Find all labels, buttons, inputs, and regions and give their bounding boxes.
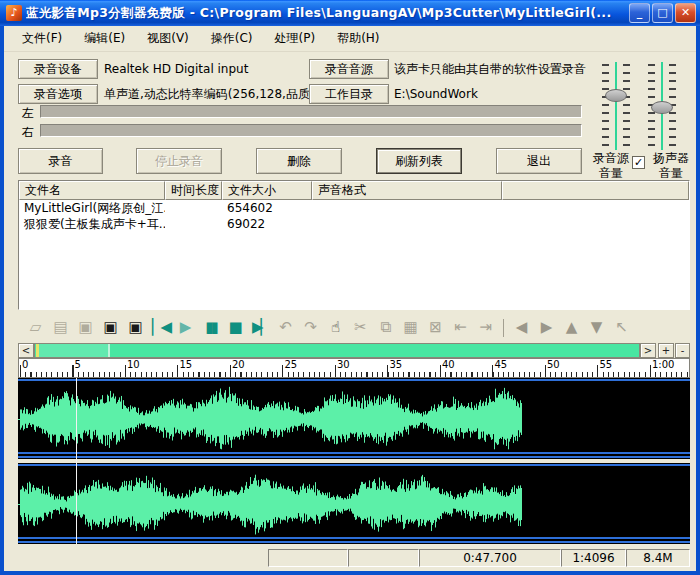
- stop-icon[interactable]: ■: [223, 314, 248, 341]
- column-header[interactable]: [502, 181, 689, 200]
- file-name-cell: 狠狠爱(主板集成声卡+耳...: [19, 216, 165, 232]
- column-header[interactable]: 文件名: [19, 181, 165, 200]
- zoom-out-button[interactable]: -: [675, 343, 690, 358]
- go-start-icon[interactable]: ▏◀: [148, 314, 173, 341]
- table-row[interactable]: MyLittleGirl(网络原创_江... 654602: [19, 200, 689, 216]
- ruler-tick-label: 30: [337, 359, 350, 370]
- right-vu-meter: [40, 124, 582, 137]
- menu-item[interactable]: 文件(F): [14, 27, 70, 50]
- file-name-cell: MyLittleGirl(网络原创_江...: [19, 200, 165, 216]
- record-source-value: 该声卡只能由其自带的软件设置录音: [394, 59, 586, 79]
- toolbar-separator: [503, 319, 504, 337]
- duration-cell: [165, 216, 222, 232]
- menu-item[interactable]: 操作(C): [203, 27, 261, 50]
- waveform-right-channel[interactable]: [18, 463, 690, 544]
- ruler-tick-label: 0: [22, 359, 28, 370]
- slider-ticks: [623, 64, 630, 148]
- copy-icon[interactable]: ⧉: [373, 314, 398, 341]
- menu-item[interactable]: 视图(V): [139, 27, 197, 50]
- record-options-button[interactable]: 录音选项: [18, 84, 98, 104]
- speaker-volume-thumb[interactable]: [651, 101, 673, 114]
- zoom-in-button[interactable]: +: [658, 343, 674, 358]
- save-as-icon[interactable]: ▣: [123, 314, 148, 341]
- app-window: ♪ 蓝光影音Mp3分割器免费版 - C:\Program Files\Langu…: [0, 0, 700, 575]
- titlebar: ♪ 蓝光影音Mp3分割器免费版 - C:\Program Files\Langu…: [0, 0, 700, 26]
- exit-button[interactable]: 退出: [496, 148, 582, 174]
- save-icon[interactable]: ▣: [73, 314, 98, 341]
- right-channel-label: 右: [22, 124, 34, 141]
- amplitude-ref-line: [18, 456, 690, 458]
- amplitude-ref-line: [18, 379, 690, 381]
- nudge-left-icon[interactable]: ◀: [509, 314, 534, 341]
- format-cell: [312, 200, 502, 216]
- record-volume-thumb[interactable]: [605, 89, 627, 102]
- time-ruler[interactable]: 05101520253035404550551:00: [18, 358, 690, 378]
- file-info-icon[interactable]: ▤: [48, 314, 73, 341]
- nudge-up-icon[interactable]: ▲: [559, 314, 584, 341]
- record-device-value: Realtek HD Digital input: [104, 59, 248, 79]
- file-size-cell: 654602: [222, 200, 312, 216]
- play-icon[interactable]: ▶: [173, 314, 198, 341]
- go-end-icon[interactable]: ▶▏: [248, 314, 273, 341]
- open-file-icon[interactable]: ▱: [23, 314, 48, 341]
- save-all-icon[interactable]: ▣: [98, 314, 123, 341]
- menu-item[interactable]: 处理(P): [267, 27, 324, 50]
- left-channel-label: 左: [22, 105, 34, 122]
- mouse-select-icon[interactable]: ↖: [609, 314, 634, 341]
- column-header[interactable]: 文件大小: [222, 181, 312, 200]
- maximize-button[interactable]: □: [652, 3, 673, 23]
- ruler-tick-label: 10: [127, 359, 140, 370]
- record-volume-label: 录音源 音量: [588, 151, 634, 181]
- table-row[interactable]: 狠狠爱(主板集成声卡+耳... 69022: [19, 216, 689, 232]
- cut-icon[interactable]: ✂: [348, 314, 373, 341]
- column-header[interactable]: 时间长度: [165, 181, 222, 200]
- close-button[interactable]: ✕: [675, 3, 696, 23]
- workdir-button[interactable]: 工作目录: [309, 84, 389, 104]
- redo-icon[interactable]: ↷: [298, 314, 323, 341]
- ruler-tick-label: 40: [442, 359, 455, 370]
- slider-ticks: [602, 64, 609, 148]
- amplitude-ref-line: [18, 452, 690, 454]
- record-source-button[interactable]: 录音音源: [309, 59, 389, 79]
- file-list: 文件名时间长度文件大小声音格式 MyLittleGirl(网络原创_江... 6…: [18, 180, 690, 310]
- playhead-cursor[interactable]: [76, 378, 77, 544]
- refresh-list-button[interactable]: 刷新列表: [376, 148, 462, 174]
- waveform-left-channel[interactable]: [18, 378, 690, 459]
- timeline-scrollbar[interactable]: [34, 343, 640, 358]
- ruler-tick-label: 55: [600, 359, 613, 370]
- status-cell: [268, 549, 348, 567]
- pause-icon[interactable]: ▮▮: [198, 314, 223, 341]
- scroll-right-button[interactable]: >: [640, 343, 656, 358]
- record-button[interactable]: 录音: [18, 148, 103, 174]
- nudge-down-icon[interactable]: ▼: [584, 314, 609, 341]
- ruler-tick-label: 35: [390, 359, 403, 370]
- trim-right-icon[interactable]: ⇥: [473, 314, 498, 341]
- format-cell: [312, 216, 502, 232]
- hand-tool-icon[interactable]: ☝: [323, 314, 348, 341]
- column-header[interactable]: 声音格式: [312, 181, 502, 200]
- minimize-button[interactable]: _: [629, 3, 650, 23]
- paste-icon[interactable]: ▦: [398, 314, 423, 341]
- ruler-tick-label: 45: [495, 359, 508, 370]
- volume-checkbox[interactable]: ✓: [632, 156, 645, 169]
- stop-record-button[interactable]: 停止录音: [136, 148, 222, 174]
- record-device-button[interactable]: 录音设备: [18, 59, 98, 79]
- status-cell: 1:4096: [561, 549, 626, 567]
- menu-item[interactable]: 编辑(E): [76, 27, 133, 50]
- amplitude-ref-line: [18, 464, 690, 466]
- delete-button[interactable]: 删除: [256, 148, 342, 174]
- left-vu-meter: [40, 105, 582, 118]
- undo-icon[interactable]: ↶: [273, 314, 298, 341]
- waveform-area: [18, 378, 690, 544]
- record-volume-slider[interactable]: [615, 62, 617, 150]
- menu-item[interactable]: 帮助(H): [329, 27, 387, 50]
- nudge-right-icon[interactable]: ▶: [534, 314, 559, 341]
- scroll-left-button[interactable]: <: [18, 343, 34, 358]
- file-list-header: 文件名时间长度文件大小声音格式: [19, 181, 689, 200]
- trim-left-icon[interactable]: ⇤: [448, 314, 473, 341]
- statusbar: 0:47.7001:40968.4M: [4, 549, 696, 567]
- scrollbar-view-marker: [108, 344, 110, 357]
- status-cell: 8.4M: [626, 549, 690, 567]
- status-cell: [348, 549, 419, 567]
- delete-selection-icon[interactable]: ⊠: [423, 314, 448, 341]
